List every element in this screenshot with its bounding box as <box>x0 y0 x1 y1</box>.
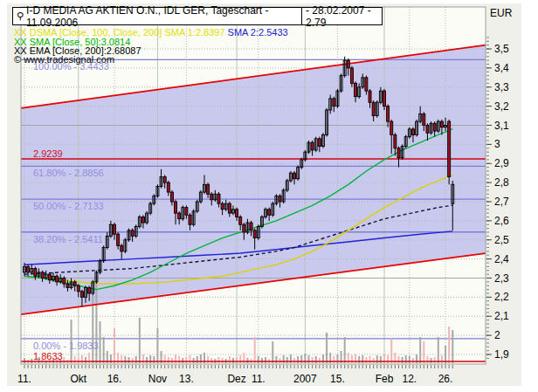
time-axis-tick-label: Okt <box>70 373 86 385</box>
price-axis-tick-label: 2,5 <box>494 234 509 246</box>
candle-body <box>318 139 321 147</box>
time-axis-tick-label: 15. <box>330 373 345 385</box>
price-axis-tick-label: 3,2 <box>494 100 509 113</box>
candle-body <box>239 217 242 225</box>
price-axis-tick-label: 2,4 <box>494 253 509 265</box>
volume-bar <box>358 356 360 363</box>
volume-bar <box>74 356 76 363</box>
candle-body <box>48 274 51 280</box>
candle-body <box>350 68 353 84</box>
volume-bar <box>135 356 137 363</box>
volume-bar <box>261 358 263 363</box>
candle-body <box>175 202 177 213</box>
candle-body <box>41 272 44 279</box>
volume-bar <box>419 337 421 363</box>
candle-body <box>88 287 91 293</box>
time-axis-tick-label: 26. <box>438 373 453 385</box>
candle-body <box>279 196 281 202</box>
volume-bar <box>197 356 198 363</box>
volume-bar <box>207 356 209 363</box>
volume-bar <box>434 357 436 363</box>
candle-body <box>440 121 443 127</box>
volume-bar <box>286 357 288 363</box>
time-axis-tick-label: 11. <box>17 373 31 385</box>
volume-bar <box>397 356 399 363</box>
candle-body <box>423 113 425 125</box>
candle-body <box>253 230 256 238</box>
volume-bar <box>409 356 410 363</box>
volume-bar <box>293 358 295 363</box>
volume-bar <box>217 357 219 363</box>
volume-bar <box>178 356 180 363</box>
price-axis-tick-label: 2,8 <box>494 176 509 189</box>
candle-body <box>293 173 296 179</box>
price-axis-tick-label: 1,9 <box>494 348 509 361</box>
volume-bar <box>153 356 155 363</box>
volume-bar <box>146 357 148 363</box>
volume-bar <box>246 358 248 363</box>
candle-body <box>73 282 76 285</box>
candle-body <box>221 203 224 210</box>
legend-dsma-sma2-label: SMA 2:2.5433 <box>225 27 288 38</box>
pin-icon[interactable]: ⚲ <box>17 10 24 22</box>
candle-body <box>189 215 191 224</box>
time-axis-tick-label: 2007 <box>293 373 317 385</box>
candle-body <box>77 285 79 292</box>
volume-bar <box>185 357 187 363</box>
volume-bar <box>365 357 367 363</box>
volume-bar <box>182 358 183 363</box>
volume-bar <box>426 356 428 363</box>
volume-bar <box>103 337 105 363</box>
candle-body <box>210 194 213 200</box>
title-cell-period[interactable]: - 28.02.2007 - 2.79 <box>301 8 382 24</box>
time-axis-tick-label: Dez <box>227 373 245 385</box>
volume-bar <box>156 328 158 363</box>
price-axis-tick-label: 2,7 <box>494 196 509 208</box>
candle-body <box>236 210 238 217</box>
time-axis-tick-label: 13. <box>179 373 194 385</box>
candle-body <box>63 279 66 285</box>
title-text-left: I-D MEDIA AG AKTIEN O.N., IDL GER, Tages… <box>26 4 298 29</box>
volume-bar <box>390 339 392 363</box>
price-axis-tick-label: 2,6 <box>494 215 509 227</box>
volume-bar <box>236 357 238 363</box>
time-axis-tick-label: 11. <box>252 373 266 385</box>
price-axis-tick-label: 3,3 <box>494 81 509 93</box>
volume-bar <box>373 358 375 363</box>
volume-bar <box>265 357 266 363</box>
candle-body <box>355 83 357 96</box>
title-cell-instrument[interactable]: ⚲ I-D MEDIA AG AKTIEN O.N., IDL GER, Tag… <box>13 8 301 24</box>
candle-body <box>178 213 181 219</box>
volume-bar <box>369 356 371 363</box>
candle-body <box>170 192 173 202</box>
candle-body <box>185 208 188 216</box>
volume-bar <box>275 356 277 363</box>
price-axis-tick-label: 3 <box>494 138 500 150</box>
volume-bar <box>114 328 115 363</box>
price-axis-tick-label: 2,2 <box>494 291 509 303</box>
volume-bar <box>258 356 259 363</box>
volume-bar <box>171 358 173 363</box>
chart-title-bar[interactable]: ⚲ I-D MEDIA AG AKTIEN O.N., IDL GER, Tag… <box>12 7 383 25</box>
copyright-notice: © www.tradesignal.com <box>14 54 114 65</box>
volume-bar <box>402 357 404 363</box>
candle-body <box>394 134 397 148</box>
volume-bar <box>448 327 450 363</box>
candle-body <box>448 121 451 176</box>
volume-bar <box>279 358 281 363</box>
currency-axis-label: EUR <box>490 7 512 19</box>
volume-bar <box>344 337 346 363</box>
volume-bar <box>438 337 439 363</box>
candle-body <box>66 284 69 287</box>
price-axis-tick-label: 2 <box>494 329 500 341</box>
volume-bar <box>319 358 321 363</box>
volume-bar <box>222 358 224 363</box>
volume-bar <box>78 358 79 363</box>
candle-body <box>347 60 349 68</box>
candle-body <box>426 126 429 134</box>
candle-body <box>80 292 83 298</box>
candle-body <box>390 121 393 134</box>
price-axis-tick-label: 2,9 <box>494 157 509 169</box>
candle-body <box>383 91 386 107</box>
price-axis-tick-label: 3,1 <box>494 120 509 132</box>
